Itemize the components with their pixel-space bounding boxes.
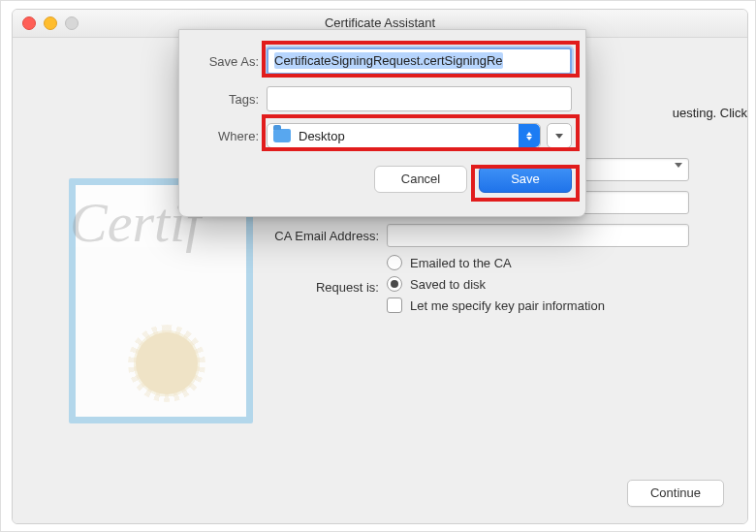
- minimize-window-button[interactable]: [44, 16, 57, 30]
- radio-checked-icon: [387, 276, 402, 292]
- continue-button[interactable]: Continue: [627, 480, 724, 507]
- folder-icon: [273, 129, 291, 142]
- save-button[interactable]: Save: [479, 166, 572, 193]
- expand-save-panel-button[interactable]: [547, 123, 572, 148]
- radio-saved-to-disk[interactable]: Saved to disk: [387, 276, 689, 292]
- chevron-down-icon: [555, 134, 563, 139]
- close-window-button[interactable]: [22, 16, 36, 30]
- zoom-window-button: [65, 16, 79, 30]
- radio-saved-label: Saved to disk: [410, 277, 486, 292]
- tags-field[interactable]: [267, 86, 572, 111]
- radio-emailed-label: Emailed to the CA: [410, 256, 512, 270]
- checkbox-keypair-label: Let me specify key pair information: [410, 298, 605, 313]
- cancel-button[interactable]: Cancel: [374, 166, 467, 193]
- save-sheet: Save As: CertificateSigningRequest.certS…: [178, 29, 586, 217]
- ca-email-label: CA Email Address:: [234, 229, 387, 243]
- radio-icon: [387, 255, 402, 270]
- where-label: Where:: [193, 129, 267, 143]
- save-as-field[interactable]: CertificateSigningRequest.certSigningRe: [267, 47, 572, 75]
- where-value: Desktop: [299, 129, 345, 143]
- instruction-text-fragment: uesting. Click: [598, 106, 747, 120]
- request-is-label: Request is:: [234, 280, 387, 295]
- save-as-value: CertificateSigningRequest.certSigningRe: [274, 52, 503, 69]
- ca-email-field[interactable]: [387, 224, 689, 247]
- save-as-label: Save As:: [193, 54, 267, 69]
- tags-label: Tags:: [193, 92, 267, 107]
- checkbox-icon: [387, 297, 402, 313]
- radio-emailed-to-ca[interactable]: Emailed to the CA: [387, 255, 689, 270]
- where-popup[interactable]: Desktop: [267, 123, 541, 148]
- updown-stepper-icon: [519, 124, 540, 147]
- checkbox-keypair-info[interactable]: Let me specify key pair information: [387, 297, 689, 313]
